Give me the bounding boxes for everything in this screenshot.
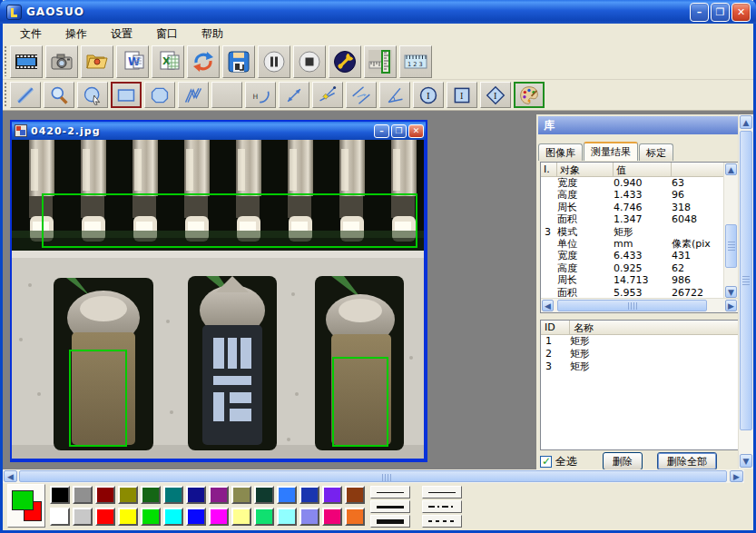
color-swatch[interactable] [277,508,297,526]
color-swatch[interactable] [277,486,297,504]
scroll-down-button[interactable]: ▼ [740,454,752,468]
result-row[interactable]: 宽度6.433431 [541,250,723,262]
scroll-thumb[interactable] [19,470,727,482]
stop-tool-button[interactable] [293,45,326,78]
color-swatch[interactable] [209,486,229,504]
scroll-up-button[interactable]: ▲ [725,163,737,175]
image-window[interactable]: 0420-2.jpg – ❐ ✕ [10,120,427,462]
color-swatch[interactable] [163,508,183,526]
arc-tool-button[interactable]: H [245,82,276,108]
color-swatch[interactable] [345,486,365,504]
camera-tool-button[interactable] [45,45,78,78]
diamond-label-tool-button[interactable]: I [480,82,511,108]
pause-tool-button[interactable] [258,45,290,78]
scroll-left-button[interactable]: ◀ [542,300,554,311]
wrench-tool-button[interactable] [329,45,361,78]
title-bar[interactable]: GAOSUO – ❐ ✕ [0,0,756,24]
result-row[interactable]: 面积1.3476048 [541,213,723,225]
color-swatch[interactable] [186,486,206,504]
delete-button[interactable]: 删除 [603,452,643,470]
results-hscroll[interactable]: ◀ ▶ [541,298,738,312]
circle-label-tool-button[interactable]: I [413,82,444,108]
magnifier-tool-button[interactable] [44,82,74,108]
circle-select-tool-button[interactable] [77,82,108,108]
color-swatch[interactable] [231,486,251,504]
color-swatch[interactable] [163,486,183,504]
shape-row[interactable]: 3矩形 [541,360,738,373]
result-row[interactable]: 宽度0.94063 [541,177,723,189]
angle-tool-button[interactable] [379,82,410,108]
line-style-solid-button[interactable] [422,486,462,498]
color-swatch[interactable] [73,508,93,526]
color-swatch[interactable] [50,486,70,504]
menu-item-0[interactable]: 文件 [12,25,50,44]
line-width-thin-button[interactable] [370,486,410,498]
save-tool-button[interactable] [222,45,255,78]
line-width-thick-button[interactable] [370,515,410,528]
color-swatch[interactable] [95,486,115,504]
square-label-tool-button[interactable]: I [447,82,477,108]
parallel-lines-tool-button[interactable] [346,82,377,108]
scroll-left-button[interactable]: ◀ [4,470,17,482]
sync-tool-button[interactable] [187,45,220,78]
point-line-tool-button[interactable] [312,82,343,108]
color-swatch[interactable] [141,486,161,504]
result-row[interactable]: 3模式矩形 [541,226,723,238]
color-preview[interactable] [7,484,45,528]
shape-row[interactable]: 1矩形 [541,335,738,348]
folder-open-tool-button[interactable] [81,45,113,78]
minimize-button[interactable]: – [690,3,709,22]
tab-0[interactable]: 图像库 [538,143,583,161]
scroll-down-button[interactable]: ▼ [725,286,737,298]
polyline-tool-button[interactable] [178,82,209,108]
line-style-dashdot-button[interactable] [422,500,462,513]
color-swatch[interactable] [322,508,342,526]
color-swatch[interactable] [254,486,274,504]
menu-item-1[interactable]: 操作 [57,25,95,44]
color-swatch[interactable] [118,508,138,526]
close-button[interactable]: ✕ [731,3,751,22]
scroll-right-button[interactable]: ▶ [725,300,737,311]
color-swatch[interactable] [50,508,70,526]
color-swatch[interactable] [209,508,229,526]
excel-doc-tool-button[interactable]: X [152,45,184,78]
color-swatch[interactable] [118,486,138,504]
ellipse-tool-button[interactable] [211,82,242,108]
polygon-tool-button[interactable] [144,82,175,108]
tab-1[interactable]: 测量结果 [584,142,638,161]
result-row[interactable]: 高度1.43396 [541,189,723,201]
line-tool-button[interactable] [10,82,41,108]
select-all-checkbox[interactable] [540,456,552,468]
color-swatch[interactable] [95,508,115,526]
rectangle-tool-button[interactable] [111,82,142,108]
maximize-button[interactable]: ❐ [711,3,730,22]
results-vscroll[interactable]: ▲ ▼ [723,163,738,299]
scroll-up-button[interactable]: ▲ [740,115,752,129]
menu-item-3[interactable]: 窗口 [148,25,186,44]
color-swatch[interactable] [299,508,319,526]
menu-item-2[interactable]: 设置 [103,25,141,44]
result-row[interactable]: 周长14.713986 [541,274,723,286]
color-swatch[interactable] [186,508,206,526]
film-tool-button[interactable] [10,45,43,78]
image-window-titlebar[interactable]: 0420-2.jpg – ❐ ✕ [12,122,426,140]
result-row[interactable]: 高度0.92562 [541,262,723,274]
result-row[interactable]: 单位mm像素(pix [541,238,723,250]
image-close-button[interactable]: ✕ [408,124,424,138]
result-row[interactable]: 面积5.95326722 [541,287,723,298]
ruler-calibration-tool-button[interactable]: 1 2 3 [399,45,432,78]
panel-vscroll[interactable]: ▲ ▼ [738,114,753,469]
scroll-right-button[interactable]: ▶ [730,470,743,482]
color-swatch[interactable] [254,508,274,526]
menu-item-4[interactable]: 帮助 [193,25,231,44]
delete-all-button[interactable]: 删除全部 [657,452,717,470]
image-minimize-button[interactable]: – [374,124,389,138]
scroll-thumb[interactable] [725,224,737,268]
distance-arrow-tool-button[interactable] [279,82,309,108]
toolbar-grip[interactable] [5,46,6,76]
color-swatch[interactable] [322,486,342,504]
shape-row[interactable]: 2矩形 [541,348,738,360]
color-swatch[interactable] [141,508,161,526]
image-maximize-button[interactable]: ❐ [391,124,407,138]
color-swatch[interactable] [231,508,251,526]
